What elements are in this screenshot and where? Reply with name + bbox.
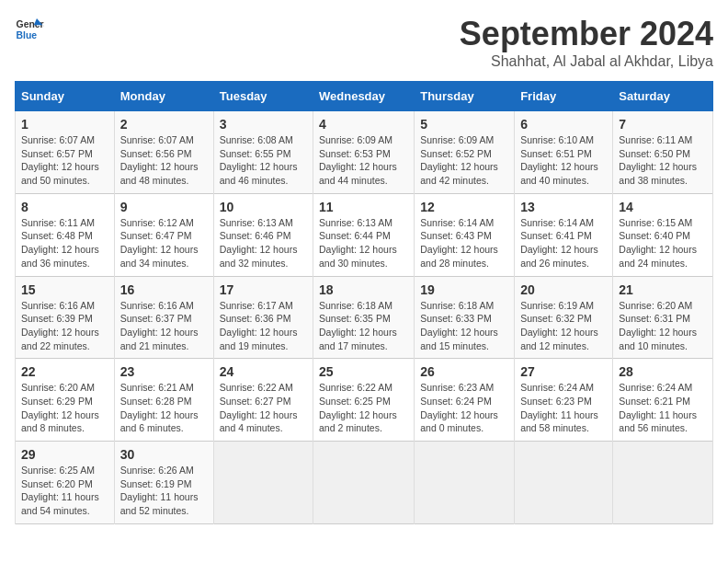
sunset-text: Sunset: 6:36 PM — [220, 313, 291, 324]
sunset-text: Sunset: 6:20 PM — [21, 478, 93, 489]
day-info: Sunrise: 6:25 AM Sunset: 6:20 PM Dayligh… — [21, 464, 108, 518]
sunrise-text: Sunrise: 6:24 AM — [619, 382, 692, 393]
sunrise-text: Sunrise: 6:10 AM — [520, 134, 594, 145]
day-info: Sunrise: 6:23 AM Sunset: 6:24 PM Dayligh… — [420, 381, 508, 435]
day-info: Sunrise: 6:08 AM Sunset: 6:55 PM Dayligh… — [220, 133, 307, 188]
day-number: 23 — [120, 364, 208, 379]
table-row — [213, 442, 313, 524]
month-title: September 2024 — [460, 15, 713, 53]
sunrise-text: Sunrise: 6:22 AM — [319, 382, 392, 393]
table-row: 7 Sunrise: 6:11 AM Sunset: 6:50 PM Dayli… — [613, 111, 713, 194]
sunset-text: Sunset: 6:43 PM — [420, 230, 492, 241]
day-number: 2 — [120, 117, 208, 132]
day-number: 21 — [619, 282, 707, 297]
day-number: 12 — [420, 200, 508, 214]
sunrise-text: Sunrise: 6:24 AM — [520, 382, 594, 393]
table-row: 30 Sunrise: 6:26 AM Sunset: 6:19 PM Dayl… — [114, 442, 213, 524]
daylight-text: Daylight: 11 hours and 52 minutes. — [120, 491, 199, 516]
day-info: Sunrise: 6:10 AM Sunset: 6:51 PM Dayligh… — [520, 133, 607, 188]
sunset-text: Sunset: 6:31 PM — [619, 313, 690, 324]
daylight-text: Daylight: 12 hours and 19 minutes. — [220, 327, 298, 351]
sunrise-text: Sunrise: 6:19 AM — [520, 300, 594, 311]
daylight-text: Daylight: 12 hours and 42 minutes. — [420, 161, 498, 186]
sunrise-text: Sunrise: 6:11 AM — [21, 217, 95, 228]
sunset-text: Sunset: 6:55 PM — [220, 148, 291, 159]
day-number: 11 — [319, 200, 408, 214]
daylight-text: Daylight: 12 hours and 48 minutes. — [120, 161, 199, 186]
calendar-week-row: 29 Sunrise: 6:25 AM Sunset: 6:20 PM Dayl… — [16, 442, 713, 524]
page-container: General Blue September 2024 Shahhat, Al … — [15, 15, 713, 524]
day-info: Sunrise: 6:18 AM Sunset: 6:33 PM Dayligh… — [420, 299, 508, 353]
daylight-text: Daylight: 12 hours and 44 minutes. — [319, 161, 397, 186]
table-row: 18 Sunrise: 6:18 AM Sunset: 6:35 PM Dayl… — [313, 276, 415, 359]
table-row: 26 Sunrise: 6:23 AM Sunset: 6:24 PM Dayl… — [415, 359, 515, 442]
sunrise-text: Sunrise: 6:23 AM — [420, 382, 494, 393]
sunrise-text: Sunrise: 6:18 AM — [420, 300, 494, 311]
sunrise-text: Sunrise: 6:13 AM — [319, 217, 392, 228]
header-tuesday: Tuesday — [213, 82, 313, 111]
daylight-text: Daylight: 11 hours and 58 minutes. — [520, 409, 598, 434]
day-info: Sunrise: 6:22 AM Sunset: 6:25 PM Dayligh… — [319, 381, 408, 435]
table-row: 2 Sunrise: 6:07 AM Sunset: 6:56 PM Dayli… — [114, 111, 213, 194]
daylight-text: Daylight: 12 hours and 28 minutes. — [420, 244, 498, 269]
calendar-week-row: 22 Sunrise: 6:20 AM Sunset: 6:29 PM Dayl… — [16, 359, 713, 442]
sunset-text: Sunset: 6:53 PM — [319, 148, 391, 159]
sunset-text: Sunset: 6:44 PM — [319, 230, 391, 241]
day-number: 28 — [619, 364, 707, 379]
sunset-text: Sunset: 6:39 PM — [21, 313, 93, 324]
day-info: Sunrise: 6:15 AM Sunset: 6:40 PM Dayligh… — [619, 216, 707, 270]
location-title: Shahhat, Al Jabal al Akhdar, Libya — [460, 53, 713, 70]
sunset-text: Sunset: 6:32 PM — [520, 313, 592, 324]
table-row: 17 Sunrise: 6:17 AM Sunset: 6:36 PM Dayl… — [213, 276, 313, 359]
day-number: 8 — [21, 200, 108, 214]
calendar-table: Sunday Monday Tuesday Wednesday Thursday… — [15, 81, 713, 524]
day-number: 22 — [21, 364, 108, 379]
day-info: Sunrise: 6:22 AM Sunset: 6:27 PM Dayligh… — [220, 381, 307, 435]
day-info: Sunrise: 6:20 AM Sunset: 6:29 PM Dayligh… — [21, 381, 108, 435]
header-sunday: Sunday — [16, 82, 115, 111]
daylight-text: Daylight: 12 hours and 30 minutes. — [319, 244, 397, 269]
header-monday: Monday — [114, 82, 213, 111]
daylight-text: Daylight: 12 hours and 50 minutes. — [21, 161, 99, 186]
daylight-text: Daylight: 12 hours and 38 minutes. — [619, 161, 697, 186]
table-row: 24 Sunrise: 6:22 AM Sunset: 6:27 PM Dayl… — [213, 359, 313, 442]
day-info: Sunrise: 6:14 AM Sunset: 6:43 PM Dayligh… — [420, 216, 508, 270]
sunset-text: Sunset: 6:52 PM — [420, 148, 492, 159]
day-number: 3 — [220, 117, 307, 132]
daylight-text: Daylight: 12 hours and 0 minutes. — [420, 409, 498, 434]
table-row: 13 Sunrise: 6:14 AM Sunset: 6:41 PM Dayl… — [515, 193, 613, 276]
day-info: Sunrise: 6:07 AM Sunset: 6:57 PM Dayligh… — [21, 133, 108, 188]
sunset-text: Sunset: 6:21 PM — [619, 396, 690, 407]
sunrise-text: Sunrise: 6:21 AM — [120, 382, 194, 393]
title-area: September 2024 Shahhat, Al Jabal al Akhd… — [460, 15, 713, 70]
table-row: 14 Sunrise: 6:15 AM Sunset: 6:40 PM Dayl… — [613, 193, 713, 276]
table-row: 22 Sunrise: 6:20 AM Sunset: 6:29 PM Dayl… — [16, 359, 115, 442]
day-number: 29 — [21, 447, 108, 462]
header-thursday: Thursday — [415, 82, 515, 111]
day-number: 13 — [520, 200, 607, 214]
day-info: Sunrise: 6:26 AM Sunset: 6:19 PM Dayligh… — [120, 464, 208, 518]
table-row — [415, 442, 515, 524]
header: General Blue September 2024 Shahhat, Al … — [15, 15, 713, 70]
sunrise-text: Sunrise: 6:07 AM — [21, 134, 95, 145]
day-info: Sunrise: 6:16 AM Sunset: 6:37 PM Dayligh… — [120, 299, 208, 353]
sunset-text: Sunset: 6:33 PM — [420, 313, 492, 324]
table-row: 23 Sunrise: 6:21 AM Sunset: 6:28 PM Dayl… — [114, 359, 213, 442]
daylight-text: Daylight: 12 hours and 6 minutes. — [120, 409, 199, 434]
daylight-text: Daylight: 12 hours and 2 minutes. — [319, 409, 397, 434]
table-row — [613, 442, 713, 524]
header-wednesday: Wednesday — [313, 82, 415, 111]
day-info: Sunrise: 6:13 AM Sunset: 6:46 PM Dayligh… — [220, 216, 307, 270]
sunrise-text: Sunrise: 6:11 AM — [619, 134, 692, 145]
day-info: Sunrise: 6:09 AM Sunset: 6:53 PM Dayligh… — [319, 133, 408, 188]
daylight-text: Daylight: 12 hours and 24 minutes. — [619, 244, 697, 269]
table-row: 8 Sunrise: 6:11 AM Sunset: 6:48 PM Dayli… — [16, 193, 115, 276]
sunrise-text: Sunrise: 6:07 AM — [120, 134, 194, 145]
table-row: 27 Sunrise: 6:24 AM Sunset: 6:23 PM Dayl… — [515, 359, 613, 442]
sunrise-text: Sunrise: 6:17 AM — [220, 300, 293, 311]
day-number: 25 — [319, 364, 408, 379]
day-info: Sunrise: 6:14 AM Sunset: 6:41 PM Dayligh… — [520, 216, 607, 270]
sunrise-text: Sunrise: 6:26 AM — [120, 465, 194, 476]
table-row: 9 Sunrise: 6:12 AM Sunset: 6:47 PM Dayli… — [114, 193, 213, 276]
sunset-text: Sunset: 6:56 PM — [120, 148, 192, 159]
